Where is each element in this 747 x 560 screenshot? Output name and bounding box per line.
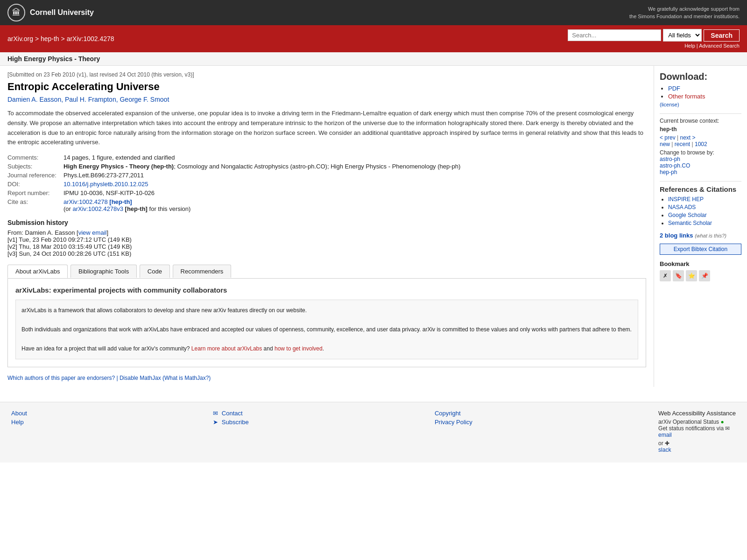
license-link[interactable]: (license) (660, 102, 679, 107)
journal-value: Phys.Lett.B696:273-277,2011 (63, 172, 646, 179)
search-field-select[interactable]: All fields (663, 29, 702, 42)
tab-recommenders[interactable]: Recommenders (173, 265, 232, 278)
paper-title: Entropic Accelerating Universe (7, 81, 646, 93)
journal-row: Journal reference: Phys.Lett.B696:273-27… (7, 172, 646, 179)
browse-astro-ph-co[interactable]: astro-ph.CO (660, 162, 741, 169)
footer-col-3: Copyright Privacy Policy (435, 410, 472, 455)
footer-privacy-link[interactable]: Privacy Policy (435, 419, 472, 426)
bookmark-icon-2[interactable]: 🔖 (673, 270, 684, 281)
tab-code[interactable]: Code (140, 265, 170, 278)
footer-col-1: About Help (11, 410, 27, 455)
footer-help-link[interactable]: Help (11, 419, 27, 426)
submission-history: From: Damien A. Easson [view email] [v1]… (7, 229, 646, 257)
contact-icon: ✉ (213, 410, 218, 417)
blog-links-link[interactable]: 2 blog links (660, 232, 693, 239)
cite-arxiv-v3-link[interactable]: arXiv:1002.4278v3 (73, 205, 123, 212)
breadcrumb-hepth[interactable]: hep-th (41, 35, 59, 42)
tab-bibliographic[interactable]: Bibliographic Tools (70, 265, 137, 278)
report-value: IPMU 10-0036, NSF-KITP-10-026 (63, 189, 646, 196)
pdf-link[interactable]: PDF (668, 85, 680, 92)
author-frampton[interactable]: Paul H. Frampton (65, 96, 116, 103)
content-area: [Submitted on 23 Feb 2010 (v1), last rev… (0, 66, 654, 387)
journal-label: Journal reference: (7, 172, 63, 179)
download-title: Download: (660, 71, 741, 82)
footer-contact-link[interactable]: ✉ Contact (213, 410, 248, 417)
navbar: arXiv.org > hep-th > arXiv:1002.4278 All… (0, 25, 747, 52)
browse-hep-ph[interactable]: hep-ph (660, 169, 741, 175)
footer-copyright-link[interactable]: Copyright (435, 410, 472, 417)
inspire-hep-link[interactable]: INSPIRE HEP (668, 196, 704, 203)
report-label: Report number: (7, 189, 63, 196)
subscribe-icon: ➤ (213, 419, 218, 426)
status-indicator: ● (720, 419, 724, 425)
arxivlabs-desc3: Have an idea for a project that will add… (21, 344, 632, 353)
logo-area: 🏛 Cornell University (7, 4, 94, 21)
slack-status-link[interactable]: slack (658, 447, 736, 453)
other-formats-link[interactable]: Other formats (668, 93, 705, 100)
breadcrumb-arxiv[interactable]: arXiv.org (7, 35, 33, 42)
tab-about[interactable]: About arXivLabs (7, 265, 68, 278)
browse-change: Change to browse by: astro-ph astro-ph.C… (660, 149, 741, 175)
refs-title: References & Citations (660, 185, 741, 193)
count-link[interactable]: 1002 (695, 141, 707, 147)
new-link[interactable]: new (660, 141, 670, 147)
advanced-search-link[interactable]: Advanced Search (699, 43, 740, 49)
author-easson[interactable]: Damien A. Easson (7, 96, 61, 103)
browse-context-title: Current browse context: (660, 118, 741, 124)
view-email-link[interactable]: view email (78, 229, 107, 236)
what-is-this: (what is this?) (695, 233, 726, 238)
recent-link[interactable]: recent (675, 141, 690, 147)
help-link[interactable]: Help (684, 43, 695, 49)
arxivlabs-desc1: arXivLabs is a framework that allows col… (21, 306, 632, 315)
search-input[interactable] (568, 29, 661, 41)
get-involved-link[interactable]: how to get involved (275, 345, 323, 352)
subjects-value: High Energy Physics - Theory (hep-th); C… (63, 163, 646, 170)
bookmark-icon-3[interactable]: ⭐ (686, 270, 697, 281)
site-header: 🏛 Cornell University We gratefully ackno… (0, 0, 747, 25)
bookmark-icons: ✗ 🔖 ⭐ 📌 (660, 270, 741, 281)
export-bibtex-button[interactable]: Export Bibtex Citation (660, 244, 741, 255)
main-container: [Submitted on 23 Feb 2010 (v1), last rev… (0, 66, 747, 387)
divider2 (660, 181, 741, 182)
doi-row: DOI: 10.1016/j.physletb.2010.12.025 (7, 181, 646, 188)
search-button[interactable]: Search (704, 29, 740, 42)
footer-about-link[interactable]: About (11, 410, 27, 417)
browse-nav: < prev | next > new | recent | 1002 (660, 134, 741, 147)
next-link[interactable]: next > (680, 134, 695, 141)
semantic-scholar-link[interactable]: Semantic Scholar (668, 220, 712, 226)
author-smoot[interactable]: George F. Smoot (120, 96, 169, 103)
web-accessibility-text: Web Accessibility Assistance (658, 410, 736, 417)
cite-row: Cite as: arXiv:1002.4278 [hep-th] (or ar… (7, 198, 646, 212)
email-status-link[interactable]: email (658, 432, 736, 438)
cite-arxiv-link[interactable]: arXiv:1002.4278 [hep-th] (63, 198, 132, 205)
refs-list: INSPIRE HEP NASA ADS Google Scholar Sema… (660, 196, 741, 226)
bookmark-icon-4[interactable]: 📌 (699, 270, 710, 281)
nasa-ads-link[interactable]: NASA ADS (668, 204, 696, 210)
arxivlabs-box: arXivLabs is a framework that allows col… (15, 300, 638, 359)
browse-context: Current browse context: hep-th < prev | … (660, 118, 741, 175)
disable-mathjax-link[interactable]: Disable MathJax (120, 375, 161, 381)
divider (660, 113, 741, 114)
operational-status: arXiv Operational Status ● (658, 419, 736, 425)
prev-link[interactable]: < prev (660, 134, 676, 141)
browse-current: hep-th (660, 126, 741, 133)
report-row: Report number: IPMU 10-0036, NSF-KITP-10… (7, 189, 646, 196)
learn-more-link[interactable]: Learn more about arXivLabs (191, 345, 262, 352)
submission-v1: [v1] Tue, 23 Feb 2010 09:27:12 UTC (149 … (7, 236, 646, 243)
google-scholar-link[interactable]: Google Scholar (668, 212, 707, 218)
footer-content: About Help ✉ Contact ➤ Subscribe Copyrig… (11, 410, 736, 455)
subjects-row: Subjects: High Energy Physics - Theory (… (7, 163, 646, 170)
search-area: All fields Search Help | Advanced Search (568, 29, 740, 49)
comments-row: Comments: 14 pages, 1 figure, extended a… (7, 154, 646, 161)
footer-links-area: Which authors of this paper are endorser… (7, 375, 646, 381)
breadcrumb-paper[interactable]: arXiv:1002.4278 (67, 35, 114, 42)
browse-astro-ph[interactable]: astro-ph (660, 156, 741, 162)
submission-from: From: Damien A. Easson [view email] (7, 229, 646, 236)
bookmark-icon-1[interactable]: ✗ (660, 270, 671, 281)
bookmark-section: Bookmark ✗ 🔖 ⭐ 📌 (660, 260, 741, 281)
endorsers-link[interactable]: Which authors of this paper are endorser… (7, 375, 115, 381)
doi-link[interactable]: 10.1016/j.physletb.2010.12.025 (63, 181, 148, 188)
blog-links: 2 blog links (what is this?) (660, 232, 741, 239)
bookmark-title: Bookmark (660, 260, 741, 267)
footer-subscribe-link[interactable]: ➤ Subscribe (213, 419, 248, 426)
